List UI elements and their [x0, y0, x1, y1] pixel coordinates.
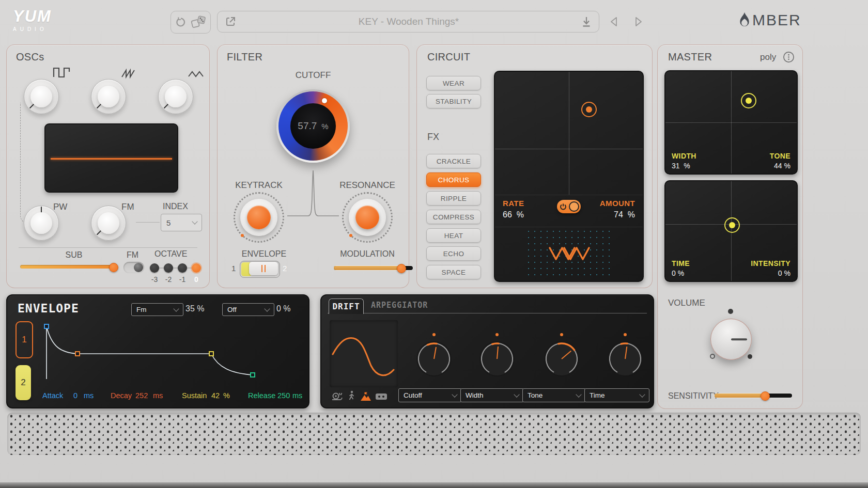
time-intensity-indicator[interactable]: [724, 217, 740, 233]
fx-button-label: CRACKLE: [437, 158, 471, 165]
octave-option[interactable]: -1: [178, 275, 187, 284]
decay-point: [75, 352, 80, 356]
octave-dot-0[interactable]: [192, 263, 201, 273]
preset-bar[interactable]: KEY - Wooden Things*: [217, 11, 599, 33]
index-dropdown[interactable]: 5: [161, 214, 202, 231]
resonance-knob[interactable]: [342, 192, 393, 243]
circuit-pad-indicator[interactable]: [581, 102, 597, 117]
amount-value-row: 74 %: [614, 210, 635, 219]
fx-bypass-toggle[interactable]: [557, 200, 581, 213]
width-tone-indicator[interactable]: [741, 93, 756, 108]
undo-history-icon[interactable]: [175, 17, 187, 28]
osc2-level-knob[interactable]: [91, 79, 126, 114]
volume-label: VOLUME: [668, 298, 705, 308]
download-preset-icon[interactable]: [581, 16, 592, 27]
mod1-target-dropdown[interactable]: Fm: [131, 303, 183, 316]
mod2-target-dropdown[interactable]: Off: [222, 303, 274, 316]
sub-slider-handle[interactable]: [109, 263, 118, 272]
snail-speed-icon[interactable]: [331, 391, 343, 401]
osc3-level-knob[interactable]: [158, 79, 193, 114]
octave-selector[interactable]: [150, 263, 202, 273]
time-intensity-pad[interactable]: TIME 0 % INTENSITY 0 %: [664, 180, 798, 282]
drift-knob-time[interactable]: [605, 338, 646, 380]
drift-target-dropdown-2[interactable]: Width: [460, 388, 524, 402]
width-label: WIDTH: [672, 152, 696, 160]
next-preset-icon[interactable]: [633, 15, 644, 28]
width-tone-pad[interactable]: WIDTH 31 % TONE 44 %: [664, 70, 798, 175]
fm-toggle[interactable]: [123, 262, 144, 273]
envelope-option-1[interactable]: 1: [231, 264, 236, 273]
decay-value[interactable]: 252: [135, 391, 148, 400]
drift-knob-width[interactable]: [476, 338, 518, 380]
fx-button-space[interactable]: SPACE: [426, 265, 481, 279]
circuit-xy-pad[interactable]: RATE 66 % AMOUNT 74 %: [494, 71, 644, 282]
fx-button-compress[interactable]: COMPRESS: [426, 210, 481, 224]
volume-dot-min: [710, 354, 715, 359]
drift-knob-tone[interactable]: [541, 338, 582, 380]
sensitivity-slider[interactable]: [715, 393, 792, 398]
triangle-wave-icon: [188, 69, 205, 79]
flame-icon: [738, 11, 751, 29]
octave-dot--2[interactable]: [164, 263, 173, 273]
fx-button-label: HEAT: [444, 232, 463, 240]
fx-button-crackle[interactable]: CRACKLE: [426, 154, 481, 168]
stability-button[interactable]: STABILITY: [426, 94, 481, 108]
switch-handle[interactable]: [249, 262, 278, 275]
fm-knob[interactable]: [91, 206, 126, 241]
octave-dot--3[interactable]: [150, 263, 159, 273]
rate-value: 66: [503, 210, 512, 219]
handle-grip: [261, 265, 262, 272]
drift-target-dropdown-3[interactable]: Tone: [522, 388, 586, 402]
master-panel: MASTER poly WIDTH 31 % TONE 44 % TIME 0 …: [657, 44, 803, 409]
voice-mode[interactable]: poly: [760, 52, 776, 62]
wear-button[interactable]: WEAR: [426, 76, 481, 90]
volume-knob[interactable]: [710, 319, 752, 360]
drift-wave-display[interactable]: [330, 320, 398, 387]
attack-value[interactable]: 0: [73, 391, 78, 400]
tab-drift[interactable]: DRIFT: [329, 298, 364, 314]
randomize-dice-icon[interactable]: [191, 15, 206, 29]
drift-knob-cutoff[interactable]: [413, 338, 455, 380]
fx-button-heat[interactable]: HEAT: [426, 228, 481, 243]
release-value[interactable]: 250: [277, 391, 290, 400]
keytrack-knob[interactable]: [234, 192, 284, 243]
filter-envelope-switch[interactable]: [240, 261, 280, 278]
drift-target-dropdown-1[interactable]: Cutoff: [398, 388, 462, 402]
octave-option[interactable]: -2: [164, 275, 173, 284]
intensity-label: INTENSITY: [751, 259, 791, 267]
octave-option-selected[interactable]: 0: [192, 275, 201, 284]
amount-unit: %: [628, 210, 635, 219]
fx-button-chorus[interactable]: CHORUS: [426, 172, 481, 187]
cutoff-knob[interactable]: 57.7 %: [276, 89, 350, 163]
power-icon: [560, 203, 567, 210]
modulation-slider[interactable]: [334, 266, 413, 270]
octave-option[interactable]: -3: [150, 275, 159, 284]
tape-icon[interactable]: [375, 392, 388, 401]
envelope-tab-1[interactable]: 1: [16, 321, 33, 358]
sustain-value[interactable]: 42: [211, 391, 220, 400]
octave-dot--1[interactable]: [178, 263, 187, 273]
tab-arpeggiator[interactable]: ARPEGGIATOR: [371, 301, 428, 310]
sensitivity-handle[interactable]: [761, 391, 770, 401]
mountain-flag-icon[interactable]: [360, 391, 372, 401]
pw-knob[interactable]: [24, 206, 59, 241]
envelope-option-2[interactable]: 2: [283, 264, 287, 273]
envelope-curve-editor[interactable]: [40, 320, 299, 382]
drift-target-dropdown-4[interactable]: Time: [584, 388, 649, 402]
prev-preset-icon[interactable]: [609, 15, 619, 28]
mod2-amount[interactable]: 0 %: [276, 304, 291, 313]
sub-slider[interactable]: [20, 265, 115, 269]
decay-label: Decay: [111, 391, 132, 400]
mod1-amount[interactable]: 35 %: [185, 304, 204, 313]
export-preset-icon[interactable]: [225, 16, 236, 27]
master-menu-icon[interactable]: [783, 51, 795, 63]
walker-speed-icon[interactable]: [347, 390, 355, 401]
mod1-target-value: Fm: [136, 306, 147, 313]
fx-button-echo[interactable]: ECHO: [426, 246, 481, 261]
fx-button-ripple[interactable]: RIPPLE: [426, 191, 481, 206]
chevron-down-icon: [639, 391, 645, 397]
filter-envelope-label: ENVELOPE: [233, 249, 295, 259]
preset-name[interactable]: KEY - Wooden Things*: [236, 16, 581, 27]
octave-value-labels: -3 -2 -1 0: [150, 275, 202, 285]
modulation-handle[interactable]: [397, 264, 406, 273]
